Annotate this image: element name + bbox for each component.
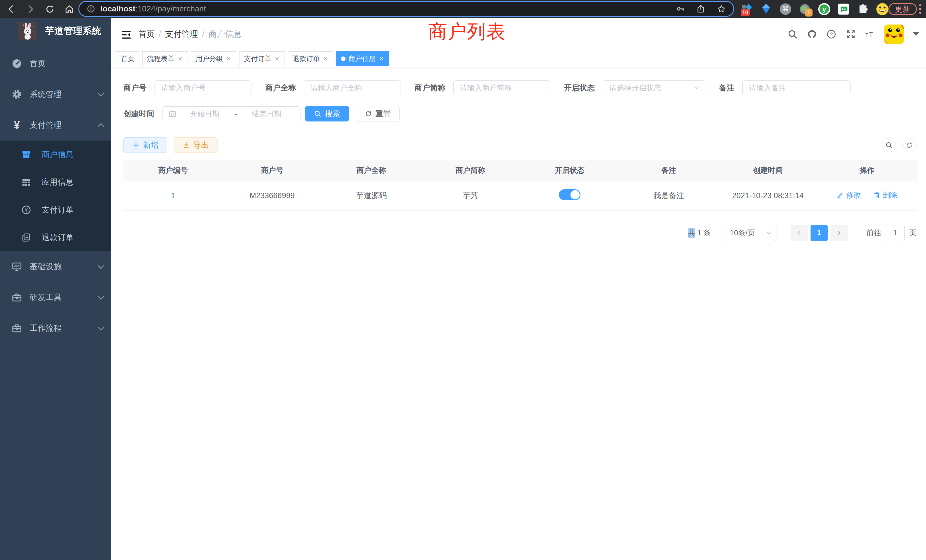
sidebar-item-payment[interactable]: ¥ 支付管理	[0, 110, 111, 141]
filter-row-2: 创建时间 开始日期 - 结束日期 搜索 重置	[123, 106, 917, 121]
search-button[interactable]: 搜索	[305, 106, 349, 121]
fullscreen-icon[interactable]	[846, 29, 856, 39]
extension-blocker-icon[interactable]: 10	[740, 3, 753, 16]
url-bar[interactable]: localhost:1024/pay/merchant	[79, 1, 734, 17]
extension-puzzle-icon[interactable]	[856, 3, 870, 16]
close-icon[interactable]	[378, 56, 384, 62]
toggle-search-button[interactable]	[882, 138, 896, 152]
app-logo[interactable]: 芋道管理系统	[0, 18, 111, 44]
close-icon[interactable]	[177, 56, 183, 62]
date-end-input[interactable]: 结束日期	[239, 109, 295, 119]
svg-text:?: ?	[830, 31, 833, 37]
close-icon[interactable]	[323, 56, 328, 62]
remark-input[interactable]	[742, 80, 851, 95]
full-name-input[interactable]	[304, 80, 401, 95]
delete-link[interactable]: 删除	[873, 190, 897, 200]
short-name-input[interactable]	[453, 80, 550, 95]
circle-yen-icon: ¥	[21, 205, 31, 215]
extension-y-icon[interactable]: y	[818, 3, 831, 16]
dashboard-icon	[11, 58, 22, 69]
extension-chat-icon[interactable]	[837, 3, 850, 16]
export-button[interactable]: 导出	[174, 138, 218, 153]
merchant-no-input[interactable]	[154, 80, 251, 95]
browser-menu-icon[interactable]	[918, 4, 921, 14]
reset-button[interactable]: 重置	[356, 106, 400, 121]
toolbox-icon	[11, 292, 22, 303]
search-icon	[314, 110, 321, 118]
header-search-icon[interactable]	[787, 29, 798, 39]
share-icon[interactable]	[696, 4, 705, 14]
sidebar-item-infrastructure[interactable]: 基础设施	[0, 251, 111, 282]
bookmark-star-icon[interactable]	[717, 4, 726, 14]
breadcrumb-home[interactable]: 首页	[138, 29, 155, 40]
sidebar-item-refund-order[interactable]: 退款订单	[0, 224, 111, 251]
page-number-1[interactable]: 1	[811, 225, 828, 241]
sidebar-item-dev-tools[interactable]: 研发工具	[0, 282, 111, 313]
password-key-icon[interactable]	[676, 4, 685, 14]
payment-submenu: 商户信息 应用信息 ¥ 支付订单 退款订单	[0, 141, 111, 251]
date-start-input[interactable]: 开始日期	[177, 109, 233, 119]
edit-link[interactable]: 修改	[837, 190, 861, 200]
browser-forward-icon[interactable]	[26, 4, 35, 14]
chevron-down-icon	[98, 294, 104, 300]
close-icon[interactable]	[274, 56, 280, 62]
calendar-icon	[168, 109, 177, 118]
goto-page-input[interactable]	[886, 225, 905, 241]
download-icon	[183, 141, 190, 149]
toolbox-icon	[11, 323, 22, 334]
monitor-chart-icon	[11, 261, 22, 272]
col-remark: 备注	[619, 160, 719, 181]
add-button[interactable]: 新增	[123, 138, 167, 153]
sidebar: 芋道管理系统 首页 系统管理 ¥ 支付管理 商户信息	[0, 18, 111, 560]
sidebar-fold-icon[interactable]	[121, 29, 132, 39]
tab-merchant-info[interactable]: 商户信息	[336, 51, 389, 66]
avatar-dropdown-caret-icon[interactable]	[913, 32, 919, 36]
tab-user-group[interactable]: 用户分组	[191, 51, 236, 66]
tab-process-form[interactable]: 流程表单	[142, 51, 188, 66]
browser-update-button[interactable]: 更新	[888, 3, 917, 15]
breadcrumb-section[interactable]: 支付管理	[165, 29, 198, 40]
cell-create-time: 2021-10-23 08:31:14	[719, 181, 818, 210]
site-info-icon[interactable]	[87, 5, 95, 13]
filter-row-1: 商户号 商户全称 商户简称 开启状态	[123, 80, 917, 95]
browser-home-icon[interactable]	[64, 4, 74, 14]
extension-emoji-icon[interactable]	[876, 3, 889, 16]
merchant-table: 商户编号 商户号 商户全称 商户简称 开启状态 备注 创建时间 操作 1 M23…	[123, 160, 917, 211]
date-range-picker[interactable]: 开始日期 - 结束日期	[162, 106, 301, 121]
table-row: 1 M233666999 芋道源码 芋艿 我是备注 2021-10-23 08:…	[123, 181, 917, 210]
extension-command-icon[interactable]: ⌘	[779, 3, 792, 16]
prev-page-button[interactable]	[791, 225, 808, 241]
tab-refund-order[interactable]: 退款订单	[287, 51, 333, 66]
status-select[interactable]	[603, 80, 705, 95]
user-avatar[interactable]	[884, 24, 904, 44]
page-size-select[interactable]: 10条/页	[721, 225, 777, 241]
browser-reload-icon[interactable]	[45, 4, 55, 14]
next-page-button[interactable]	[831, 225, 847, 241]
extension-gem-icon[interactable]	[760, 3, 773, 16]
plus-icon	[132, 141, 140, 149]
col-merchant-no: 商户号	[222, 160, 322, 181]
sidebar-item-merchant-info[interactable]: 商户信息	[0, 141, 111, 168]
pencil-icon	[837, 192, 844, 199]
svg-text:y: y	[823, 5, 826, 13]
browser-chrome: localhost:1024/pay/merchant 10 ⌘ 1 y 更新	[0, 0, 926, 18]
cell-remark: 我是备注	[619, 181, 719, 210]
sidebar-item-app-info[interactable]: 应用信息	[0, 168, 111, 196]
sidebar-item-workflow[interactable]: 工作流程	[0, 313, 111, 344]
sidebar-item-pay-order[interactable]: ¥ 支付订单	[0, 196, 111, 224]
font-size-icon[interactable]: TT	[865, 29, 875, 39]
active-dot	[341, 56, 345, 61]
tab-pay-order[interactable]: 支付订单	[239, 51, 285, 66]
extension-recorder-icon[interactable]: 1	[798, 3, 811, 16]
status-toggle[interactable]	[559, 189, 581, 200]
browser-back-icon[interactable]	[6, 4, 16, 14]
tab-home[interactable]: 首页	[116, 51, 139, 66]
remark-label: 备注	[719, 83, 734, 93]
github-icon[interactable]	[807, 29, 817, 39]
sidebar-item-home[interactable]: 首页	[0, 48, 111, 79]
sidebar-item-system[interactable]: 系统管理	[0, 79, 111, 110]
chevron-down-icon	[98, 324, 104, 331]
help-icon[interactable]: ?	[826, 29, 837, 39]
refresh-table-button[interactable]	[902, 138, 917, 152]
close-icon[interactable]	[226, 56, 232, 62]
